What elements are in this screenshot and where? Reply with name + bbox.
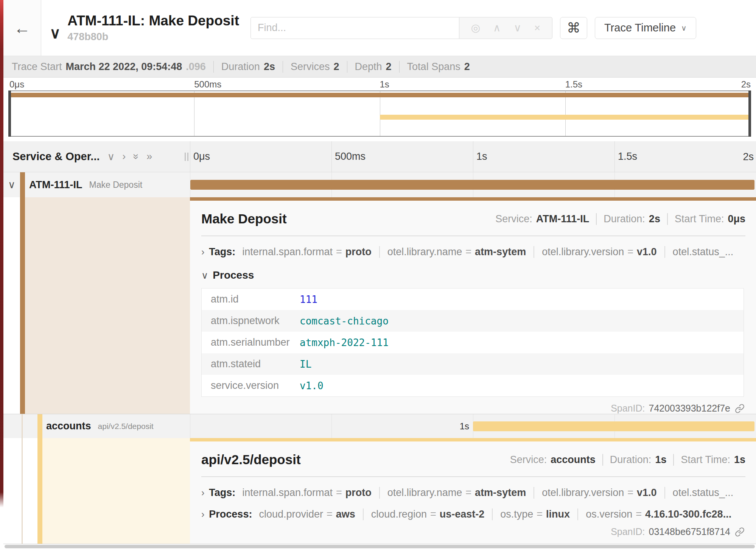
- total-spans-item: Total Spans 2: [399, 61, 470, 73]
- detail-service-label: Service:: [495, 213, 532, 225]
- span-detail-panel-accounts: api/v2.5/deposit Service: accounts Durat…: [190, 438, 756, 544]
- tag-pill: otel.library.version = v1.0: [534, 487, 656, 499]
- trace-collapse-chevron-icon[interactable]: ∨: [50, 24, 61, 42]
- expand-all-icon[interactable]: »: [146, 151, 152, 162]
- trace-minimap[interactable]: [9, 90, 751, 137]
- spanid-value: 742003393b122f7e: [649, 403, 730, 414]
- detail-service-item: Service: ATM-111-IL: [495, 213, 589, 225]
- expand-one-icon[interactable]: ›: [122, 151, 126, 162]
- horizontal-scrollbar-thumb[interactable]: [5, 545, 755, 548]
- process-pill: cloud.provider = aws: [259, 508, 355, 520]
- spanid-row: SpanID: 03148be6751f8714: [201, 526, 745, 537]
- table-row: atm.serialnumber atmxph-2022-111: [202, 332, 744, 353]
- back-button[interactable]: ←: [3, 0, 41, 56]
- tags-label: Tags:: [209, 246, 235, 258]
- detail-duration-item: Duration: 1s: [602, 454, 667, 466]
- trace-start-value: March 22 2022, 09:54:48: [66, 61, 182, 73]
- chevron-right-icon[interactable]: ›: [201, 246, 204, 257]
- tag-pill-truncated: otel.status_...: [664, 487, 734, 499]
- chevron-right-icon[interactable]: ›: [201, 509, 204, 520]
- minimap-left-scrubber-handle[interactable]: [8, 90, 11, 137]
- detail-start-item: Start Time: 1s: [673, 454, 745, 466]
- minimap-gridline: [194, 91, 194, 136]
- spanid-value: 03148be6751f8714: [649, 526, 730, 537]
- minimap-span-bar-atm: [9, 93, 751, 97]
- trace-summary-bar: Trace Start March 22 2022, 09:54:48 .096…: [3, 56, 756, 78]
- table-row: service.version v1.0: [202, 375, 744, 396]
- find-group: ◎ ∧ ∨ ×: [250, 17, 552, 39]
- span-row-accounts[interactable]: accounts api/v2.5/deposit 1s: [3, 414, 756, 438]
- minimap-gridline: [565, 91, 566, 136]
- minimap-span-bar-accounts: [380, 115, 751, 120]
- table-row: atm.ispnetwork comcast-chicago: [202, 310, 744, 332]
- chevron-down-icon: ∨: [681, 23, 687, 33]
- tag-pill: otel.library.name = atm-sytem: [379, 246, 526, 258]
- link-icon[interactable]: [735, 527, 745, 537]
- tag-pill: otel.library.name = atm-sytem: [379, 487, 526, 499]
- span-color-bar-atm: [20, 197, 25, 414]
- spanid-label: SpanID:: [611, 526, 645, 537]
- tags-row[interactable]: › Tags: internal.span.format = proto ote…: [201, 246, 745, 258]
- parent-indent-guide: [22, 438, 23, 544]
- tag-pill: internal.span.format = proto: [242, 487, 371, 499]
- target-icon[interactable]: ◎: [471, 22, 480, 34]
- span-detail-row-accounts: api/v2.5/deposit Service: accounts Durat…: [3, 438, 756, 544]
- minimap-right-scrubber-handle[interactable]: [748, 90, 751, 137]
- detail-start-value: 1s: [734, 454, 745, 466]
- ruler-tick-0: 0μs: [190, 141, 331, 172]
- span-color-bar-accounts: [37, 414, 42, 438]
- process-section-header[interactable]: ∨ Process: [201, 269, 745, 281]
- chevron-right-icon[interactable]: ›: [201, 487, 204, 498]
- find-controls: ◎ ∧ ∨ ×: [459, 17, 552, 39]
- ruler-tick-1: 500ms: [331, 141, 473, 172]
- span-name-cell-atm: ∨ ATM-111-IL Make Deposit: [3, 172, 190, 197]
- collapse-children-icon[interactable]: ∨: [6, 179, 17, 191]
- view-selector-label: Trace Timeline: [604, 22, 676, 34]
- services-label: Services: [291, 61, 330, 73]
- detail-duration-label: Duration:: [604, 213, 645, 225]
- find-input[interactable]: [250, 17, 459, 39]
- detail-duration-label: Duration:: [610, 454, 652, 466]
- total-spans-label: Total Spans: [407, 61, 460, 73]
- timeline-ruler: 0μs 500ms 1s 1.5s 2s: [190, 141, 756, 172]
- column-resize-handle[interactable]: [185, 153, 188, 161]
- span-duration-bar-atm[interactable]: [190, 180, 754, 190]
- duration-label: Duration: [221, 61, 260, 73]
- process-row-collapsed[interactable]: › Process: cloud.provider = aws cloud.re…: [201, 508, 745, 520]
- process-pill: os.version = 4.16.10-300.fc28...: [577, 508, 731, 520]
- tags-row[interactable]: › Tags: internal.span.format = proto ote…: [201, 487, 745, 499]
- trace-start-item: Trace Start March 22 2022, 09:54:48 .096: [12, 61, 206, 73]
- view-selector-button[interactable]: Trace Timeline ∨: [595, 17, 696, 39]
- next-match-icon[interactable]: ∨: [513, 22, 521, 34]
- ruler-tick-2: 1s: [473, 141, 614, 172]
- trace-start-label: Trace Start: [12, 61, 62, 73]
- trace-title-block: ∨ ATM-111-IL: Make Deposit 478b80b: [50, 13, 239, 43]
- span-operation-name: api/v2.5/deposit: [98, 422, 154, 431]
- collapse-one-icon[interactable]: ∨: [107, 151, 115, 163]
- span-detail-indent-accounts: [3, 438, 190, 544]
- detail-start-value: 0μs: [728, 213, 745, 225]
- tag-pill-truncated: otel.status_...: [664, 246, 734, 258]
- detail-service-value: ATM-111-IL: [536, 213, 590, 225]
- collapse-all-icon[interactable]: »: [130, 154, 142, 159]
- span-duration-bar-accounts[interactable]: [473, 421, 754, 431]
- command-icon: ⌘: [567, 20, 580, 36]
- span-name-cell-accounts: accounts api/v2.5/deposit: [3, 414, 190, 438]
- prev-match-icon[interactable]: ∧: [493, 22, 501, 34]
- keyboard-shortcuts-button[interactable]: ⌘: [560, 17, 587, 39]
- span-row-atm[interactable]: ∨ ATM-111-IL Make Deposit: [3, 172, 756, 197]
- span-operation-name: Make Deposit: [89, 180, 143, 190]
- span-detail-indent-atm: [3, 197, 190, 414]
- span-color-bar-accounts: [37, 438, 42, 544]
- minimap-tick-4: 2s: [741, 79, 751, 90]
- minimap-time-ruler: 0μs 500ms 1s 1.5s 2s: [9, 78, 751, 90]
- minimap-tick-0: 0μs: [9, 79, 24, 90]
- chevron-down-icon[interactable]: ∨: [201, 270, 208, 281]
- trace-start-ms: .096: [186, 61, 206, 73]
- detail-duration-value: 2s: [649, 213, 660, 225]
- clear-find-icon[interactable]: ×: [534, 22, 540, 34]
- link-icon[interactable]: [735, 404, 745, 413]
- depth-item: Depth 2: [347, 61, 392, 73]
- span-service-name: accounts: [46, 420, 91, 432]
- services-value: 2: [333, 61, 339, 73]
